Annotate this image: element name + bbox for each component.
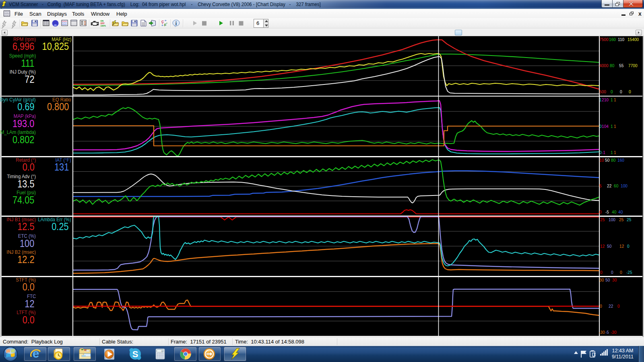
svg-text:e: e xyxy=(33,347,39,360)
svg-text:S: S xyxy=(132,349,138,359)
